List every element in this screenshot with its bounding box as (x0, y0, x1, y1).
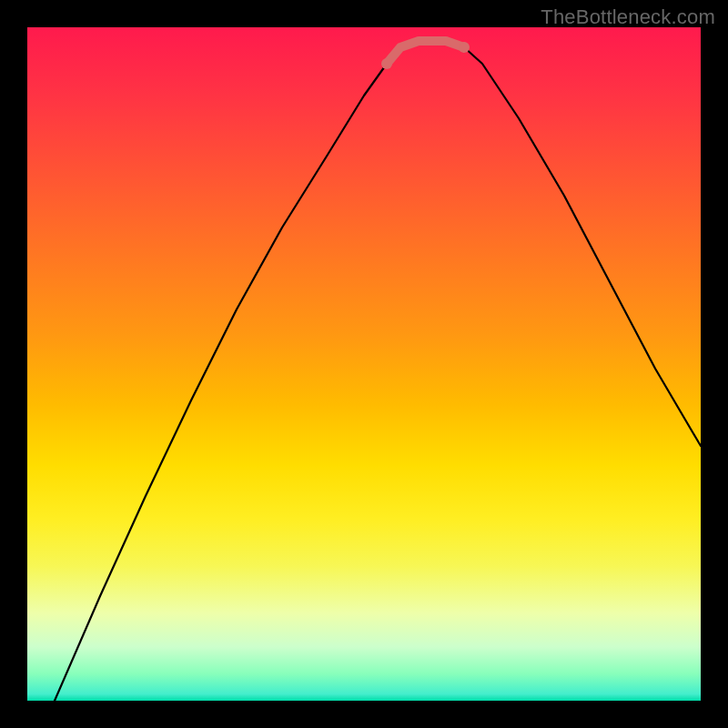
curve-overlay (27, 27, 701, 701)
optimal-segment (387, 41, 464, 64)
optimal-endpoint (381, 58, 392, 69)
optimal-endpoint (459, 42, 470, 53)
bottleneck-curve (55, 41, 701, 701)
watermark-text: TheBottleneck.com (541, 5, 715, 29)
chart-container: TheBottleneck.com (0, 0, 728, 728)
curve-group (55, 41, 701, 701)
